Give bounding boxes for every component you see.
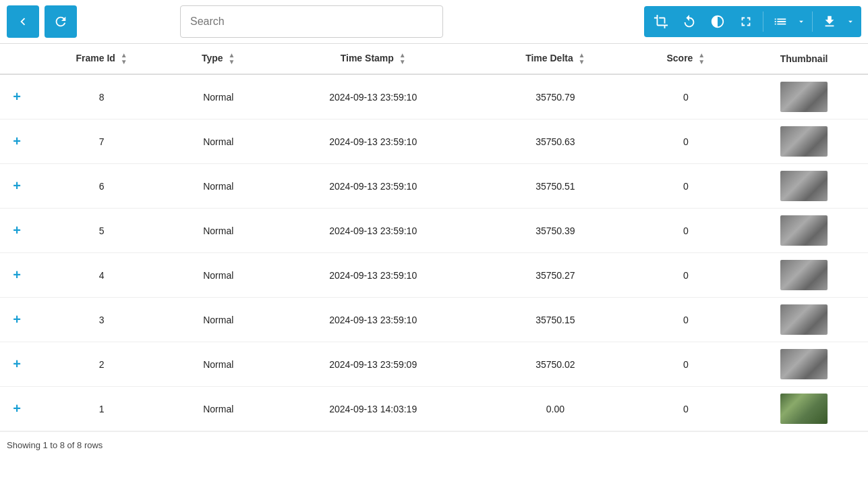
thumbnail-cell bbox=[740, 298, 868, 342]
timestamp-cell: 2024-09-13 14:03:19 bbox=[267, 387, 479, 431]
col-header-thumbnail: Thumbnail bbox=[740, 44, 868, 74]
crop-button[interactable] bbox=[648, 9, 674, 34]
frame-id-cell: 4 bbox=[34, 253, 169, 298]
frame-id-cell: 3 bbox=[34, 298, 169, 342]
toolbar bbox=[0, 0, 868, 44]
add-row-button[interactable]: + bbox=[9, 356, 25, 372]
thumbnail-image bbox=[780, 215, 828, 246]
download-group bbox=[817, 9, 857, 34]
add-cell: + bbox=[0, 253, 34, 298]
type-cell: Normal bbox=[169, 74, 267, 119]
table-row: + 4 Normal 2024-09-13 23:59:10 35750.27 … bbox=[0, 253, 868, 298]
score-cell: 0 bbox=[632, 253, 740, 298]
search-input[interactable] bbox=[180, 5, 443, 38]
add-cell: + bbox=[0, 342, 34, 387]
thumbnail-content bbox=[780, 215, 828, 246]
expand-button[interactable] bbox=[733, 9, 759, 34]
thumbnail-content bbox=[780, 394, 828, 424]
add-row-button[interactable]: + bbox=[9, 134, 25, 149]
score-cell: 0 bbox=[632, 387, 740, 431]
timestamp-cell: 2024-09-13 23:59:10 bbox=[267, 164, 479, 209]
download-button[interactable] bbox=[817, 9, 842, 34]
col-header-frame-id: Frame Id ▲▼ bbox=[34, 44, 169, 74]
thumbnail-image bbox=[780, 394, 828, 424]
timestamp-cell: 2024-09-13 23:59:10 bbox=[267, 253, 479, 298]
col-header-timestamp: Time Stamp ▲▼ bbox=[267, 44, 479, 74]
rotate-icon bbox=[682, 14, 697, 29]
timestamp-cell: 2024-09-13 23:59:10 bbox=[267, 298, 479, 342]
thumbnail-cell bbox=[740, 119, 868, 164]
thumbnail-image bbox=[780, 304, 828, 335]
download-chevron-icon bbox=[846, 17, 855, 26]
download-icon bbox=[822, 14, 837, 29]
table-row: + 7 Normal 2024-09-13 23:59:10 35750.63 … bbox=[0, 119, 868, 164]
frame-id-cell: 5 bbox=[34, 209, 169, 253]
time-delta-cell: 35750.27 bbox=[479, 253, 632, 298]
toolbar-divider-1 bbox=[763, 11, 763, 32]
list-icon bbox=[773, 14, 788, 29]
timestamp-cell: 2024-09-13 23:59:10 bbox=[267, 209, 479, 253]
score-cell: 0 bbox=[632, 209, 740, 253]
score-cell: 0 bbox=[632, 298, 740, 342]
add-row-button[interactable]: + bbox=[9, 267, 25, 283]
col-header-time-delta: Time Delta ▲▼ bbox=[479, 44, 632, 74]
back-icon bbox=[16, 14, 30, 29]
timestamp-cell: 2024-09-13 23:59:09 bbox=[267, 342, 479, 387]
thumbnail-cell bbox=[740, 74, 868, 119]
list-view-group bbox=[768, 9, 808, 34]
chevron-down-icon bbox=[797, 17, 806, 26]
sort-icon-timestamp[interactable]: ▲▼ bbox=[399, 52, 406, 65]
thumbnail-content bbox=[780, 349, 828, 379]
rotate-button[interactable] bbox=[676, 9, 702, 34]
time-delta-cell: 0.00 bbox=[479, 387, 632, 431]
crop-icon bbox=[654, 14, 668, 29]
thumbnail-content bbox=[780, 304, 828, 335]
type-cell: Normal bbox=[169, 119, 267, 164]
col-header-score: Score ▲▼ bbox=[632, 44, 740, 74]
list-view-button[interactable] bbox=[768, 9, 793, 34]
thumbnail-cell bbox=[740, 209, 868, 253]
footer-status: Showing 1 to 8 of 8 rows bbox=[7, 440, 103, 450]
frame-id-cell: 7 bbox=[34, 119, 169, 164]
score-cell: 0 bbox=[632, 164, 740, 209]
add-row-button[interactable]: + bbox=[9, 312, 25, 327]
list-dropdown-button[interactable] bbox=[794, 9, 808, 34]
time-delta-cell: 35750.02 bbox=[479, 342, 632, 387]
time-delta-cell: 35750.39 bbox=[479, 209, 632, 253]
table-body: + 8 Normal 2024-09-13 23:59:10 35750.79 … bbox=[0, 74, 868, 431]
thumbnail-cell bbox=[740, 387, 868, 431]
time-delta-cell: 35750.79 bbox=[479, 74, 632, 119]
thumbnail-content bbox=[780, 82, 828, 112]
score-cell: 0 bbox=[632, 119, 740, 164]
add-cell: + bbox=[0, 119, 34, 164]
table-row: + 2 Normal 2024-09-13 23:59:09 35750.02 … bbox=[0, 342, 868, 387]
toolbar-divider-2 bbox=[812, 11, 813, 32]
type-cell: Normal bbox=[169, 342, 267, 387]
thumbnail-cell bbox=[740, 253, 868, 298]
sort-icon-score[interactable]: ▲▼ bbox=[698, 52, 705, 65]
table-row: + 8 Normal 2024-09-13 23:59:10 35750.79 … bbox=[0, 74, 868, 119]
contrast-button[interactable] bbox=[705, 9, 730, 34]
toolbar-right-icons bbox=[644, 6, 861, 37]
frame-id-cell: 1 bbox=[34, 387, 169, 431]
sort-icon-type[interactable]: ▲▼ bbox=[229, 52, 235, 65]
data-table: Frame Id ▲▼ Type ▲▼ Time Stamp ▲▼ Time D… bbox=[0, 44, 868, 431]
add-row-button[interactable]: + bbox=[9, 223, 25, 238]
frame-id-cell: 6 bbox=[34, 164, 169, 209]
add-row-button[interactable]: + bbox=[9, 89, 25, 105]
thumbnail-cell bbox=[740, 342, 868, 387]
refresh-button[interactable] bbox=[45, 5, 77, 38]
sort-icon-time-delta[interactable]: ▲▼ bbox=[579, 52, 585, 65]
sort-icon-frame-id[interactable]: ▲▼ bbox=[121, 52, 127, 65]
col-header-type: Type ▲▼ bbox=[169, 44, 267, 74]
add-row-button[interactable]: + bbox=[9, 401, 25, 416]
back-button[interactable] bbox=[7, 5, 39, 38]
frame-id-cell: 8 bbox=[34, 74, 169, 119]
time-delta-cell: 35750.63 bbox=[479, 119, 632, 164]
frame-id-cell: 2 bbox=[34, 342, 169, 387]
download-dropdown-button[interactable] bbox=[844, 9, 857, 34]
table-row: + 6 Normal 2024-09-13 23:59:10 35750.51 … bbox=[0, 164, 868, 209]
expand-icon bbox=[739, 14, 753, 29]
add-row-button[interactable]: + bbox=[9, 178, 25, 194]
table-row: + 3 Normal 2024-09-13 23:59:10 35750.15 … bbox=[0, 298, 868, 342]
